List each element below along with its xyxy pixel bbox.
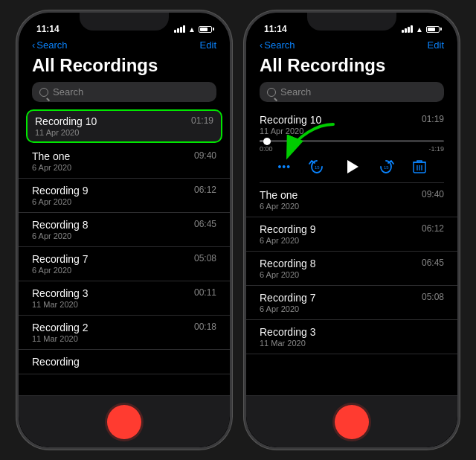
notch <box>80 13 169 31</box>
recording-item-highlighted[interactable]: Recording 10 01:19 11 Apr 2020 <box>26 109 222 143</box>
wifi-icon: ▲ <box>188 25 196 33</box>
progress-bar[interactable] <box>260 140 444 142</box>
search-placeholder: Search <box>280 86 311 98</box>
recordings-list: Recording 10 01:19 11 Apr 2020 The one 0… <box>19 108 230 395</box>
delete-button[interactable] <box>413 159 426 174</box>
recording-duration: 00:11 <box>194 287 216 298</box>
list-item[interactable]: Recording 8 06:45 6 Apr 2020 <box>19 213 230 247</box>
recording-date: 11 Mar 2020 <box>32 300 216 309</box>
search-placeholder: Search <box>53 86 83 98</box>
signal-bars-icon <box>174 25 185 33</box>
recording-name: Recording 10 <box>35 115 97 127</box>
recording-name: Recording <box>32 356 80 368</box>
forward-15-button[interactable]: 15 <box>378 159 394 175</box>
recording-duration: 06:45 <box>194 219 216 229</box>
recording-name: Recording 8 <box>260 258 316 269</box>
recording-name: Recording 3 <box>32 287 89 299</box>
battery-icon <box>199 26 212 33</box>
list-item[interactable]: Recording 9 06:12 6 Apr 2020 <box>19 179 230 213</box>
recording-duration: 09:40 <box>422 189 444 199</box>
recording-name: The one <box>260 189 298 201</box>
svg-text:15: 15 <box>384 165 389 170</box>
recording-date: 11 Apr 2020 <box>35 128 213 137</box>
status-time: 11:14 <box>36 24 60 34</box>
list-item[interactable]: Recording 3 11 Mar 2020 <box>246 320 457 354</box>
notch <box>307 13 396 31</box>
recording-duration: 00:18 <box>194 322 216 332</box>
battery-icon <box>426 26 440 33</box>
rewind-15-button[interactable]: 15 <box>309 159 325 175</box>
list-item[interactable]: Recording 7 05:08 6 Apr 2020 <box>246 286 457 320</box>
recording-name: Recording 9 <box>260 223 316 235</box>
recording-date: 6 Apr 2020 <box>32 197 216 206</box>
recording-date: 6 Apr 2020 <box>260 202 444 211</box>
list-item[interactable]: Recording 9 06:12 6 Apr 2020 <box>246 217 457 252</box>
record-button[interactable] <box>107 405 141 439</box>
list-item[interactable]: Recording 2 00:18 11 Mar 2020 <box>19 316 230 350</box>
signal-bars-icon <box>402 25 413 33</box>
nav-area: ‹ Search Edit <box>246 39 457 54</box>
recording-name: Recording 8 <box>32 219 89 231</box>
bottom-bar <box>246 395 457 447</box>
recording-name: Recording 3 <box>260 326 316 338</box>
list-item[interactable]: The one 09:40 6 Apr 2020 <box>19 144 230 179</box>
playback-controls: ••• 15 <box>260 156 444 179</box>
remaining-time: -1:19 <box>428 145 444 153</box>
progress-dot <box>263 138 271 145</box>
recording-name: Recording 7 <box>260 292 316 304</box>
back-chevron-icon: ‹ <box>32 39 35 51</box>
page-title: All Recordings <box>19 54 230 82</box>
recording-date: 6 Apr 2020 <box>260 270 444 279</box>
status-time: 11:14 <box>264 24 287 34</box>
left-phone: 11:14 ▲ ‹ Se <box>16 10 232 450</box>
list-item[interactable]: Recording 3 00:11 11 Mar 2020 <box>19 281 230 316</box>
recording-name: Recording 2 <box>32 322 89 333</box>
recording-name: The one <box>32 150 70 162</box>
expanded-recording-name: Recording 10 <box>260 114 321 126</box>
recording-date: 6 Apr 2020 <box>32 163 216 172</box>
recording-duration: 06:45 <box>422 258 444 268</box>
edit-button[interactable]: Edit <box>200 39 216 51</box>
page-title: All Recordings <box>246 54 457 82</box>
recording-date: 6 Apr 2020 <box>260 236 444 245</box>
recording-date: 6 Apr 2020 <box>260 304 444 313</box>
back-chevron-icon: ‹ <box>260 39 263 51</box>
search-bar[interactable]: Search <box>260 82 444 102</box>
wifi-icon: ▲ <box>416 25 423 33</box>
recording-duration: 06:12 <box>194 185 216 195</box>
search-bar[interactable]: Search <box>32 82 216 102</box>
status-icons: ▲ <box>174 25 212 33</box>
recording-date: 6 Apr 2020 <box>32 266 216 275</box>
recording-duration: 05:08 <box>194 253 216 263</box>
svg-text:15: 15 <box>315 165 320 170</box>
back-button[interactable]: ‹ Search <box>32 39 68 51</box>
recording-name: Recording 7 <box>32 253 89 265</box>
recording-duration: 01:19 <box>191 115 213 126</box>
recording-date: 6 Apr 2020 <box>32 231 216 240</box>
play-button[interactable] <box>344 159 360 175</box>
nav-area: ‹ Search Edit <box>19 39 230 54</box>
record-button[interactable] <box>335 405 369 439</box>
list-item[interactable]: Recording <box>19 350 230 374</box>
expanded-recording-date: 11 Apr 2020 <box>260 127 444 135</box>
progress-times: 0:00 -1:19 <box>260 145 444 153</box>
recordings-list: The one 09:40 6 Apr 2020 Recording 9 06:… <box>246 183 457 395</box>
options-button[interactable]: ••• <box>277 161 291 173</box>
list-item[interactable]: Recording 8 06:45 6 Apr 2020 <box>246 252 457 286</box>
right-phone: 11:14 ▲ ‹ Se <box>244 10 460 450</box>
recording-duration: 06:12 <box>422 223 444 234</box>
search-label: Search <box>36 39 67 51</box>
back-button[interactable]: ‹ Search <box>260 39 295 51</box>
expanded-recording-item[interactable]: Recording 10 01:19 11 Apr 2020 0:00 -1:1… <box>246 108 457 182</box>
list-item[interactable]: The one 09:40 6 Apr 2020 <box>246 183 457 217</box>
edit-button[interactable]: Edit <box>428 39 444 51</box>
status-icons: ▲ <box>402 25 440 33</box>
list-item[interactable]: Recording 7 05:08 6 Apr 2020 <box>19 247 230 281</box>
search-icon <box>267 88 276 97</box>
recording-name: Recording 9 <box>32 185 89 197</box>
bottom-bar <box>19 395 230 447</box>
current-time: 0:00 <box>260 145 273 153</box>
recording-duration: 05:08 <box>422 292 444 302</box>
recording-duration: 09:40 <box>194 150 216 161</box>
svg-marker-1 <box>347 160 358 173</box>
